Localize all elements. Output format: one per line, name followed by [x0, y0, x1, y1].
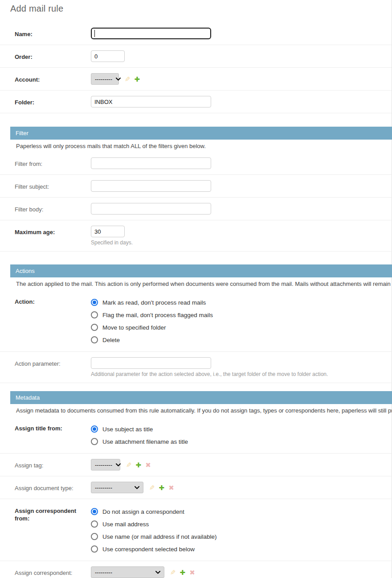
add-correspondent-icon[interactable]: ✚ — [180, 569, 186, 576]
filter-subject-row: Filter subject: — [0, 175, 392, 198]
assign-correspondent-select-value: --------- — [95, 569, 112, 576]
chevron-down-icon — [116, 78, 121, 81]
text-caret — [94, 30, 95, 37]
metadata-section-header: Metadata — [10, 391, 392, 404]
action-label: Action: — [15, 295, 91, 306]
action-option-flag[interactable]: Flag the mail, don't process flagged mai… — [91, 309, 392, 321]
radio-selected-icon[interactable] — [91, 508, 98, 515]
action-parameter-help: Additional parameter for the action sele… — [91, 371, 392, 377]
action-option-mark-read[interactable]: Mark as read, don't process read mails — [91, 296, 392, 309]
edit-account-icon[interactable]: ✎ — [125, 76, 131, 83]
assign-title-from-row: Assign title from: Use subject as title … — [0, 417, 392, 454]
action-parameter-label: Action parameter: — [15, 357, 91, 367]
filter-body-input[interactable] — [91, 203, 211, 215]
page-title: Add mail rule — [0, 0, 392, 14]
add-document-type-icon[interactable]: ✚ — [159, 484, 165, 491]
delete-tag-icon[interactable]: ✖ — [145, 462, 151, 468]
metadata-section: Metadata Assign metadata to documents co… — [0, 391, 392, 578]
chevron-down-icon — [155, 571, 160, 574]
account-row: Account: --------- ✎ ✚ — [0, 68, 392, 91]
add-tag-icon[interactable]: ✚ — [136, 462, 142, 468]
folder-input[interactable] — [91, 96, 211, 107]
filter-from-input[interactable] — [91, 157, 211, 169]
assign-document-type-select[interactable]: --------- — [91, 482, 143, 493]
filter-from-row: Filter from: — [0, 152, 392, 175]
assign-tag-row: Assign tag: --------- ✎ ✚ ✖ — [0, 454, 392, 476]
edit-tag-icon[interactable]: ✎ — [126, 462, 132, 468]
title-option-attachment-filename[interactable]: Use attachment filename as title — [91, 435, 392, 448]
account-label: Account: — [15, 73, 91, 83]
filter-subject-input[interactable] — [91, 180, 211, 192]
order-label: Order: — [15, 50, 91, 61]
delete-document-type-icon[interactable]: ✖ — [168, 484, 174, 491]
title-option-subject[interactable]: Use subject as title — [91, 423, 392, 435]
action-option-delete[interactable]: Delete — [91, 334, 392, 346]
metadata-section-help: Assign metadata to documents consumed fr… — [0, 404, 392, 417]
assign-correspondent-label: Assign correspondent: — [15, 566, 91, 577]
chevron-down-icon — [116, 463, 121, 467]
account-select[interactable]: --------- — [91, 73, 119, 85]
maximum-age-input[interactable] — [91, 226, 125, 237]
radio-unselected-icon[interactable] — [91, 311, 98, 318]
assign-correspondent-select[interactable]: --------- — [91, 566, 164, 578]
maximum-age-row: Maximum age: Specified in days. — [0, 220, 392, 252]
order-row: Order: — [0, 45, 392, 68]
filter-section: Filter Paperless will only process mails… — [0, 127, 392, 252]
actions-section-help: The action applied to the mail. This act… — [0, 277, 392, 290]
top-fieldset: Name: Order: Account: --------- — [0, 22, 392, 113]
assign-correspondent-from-radio-group: Do not assign a correspondent Use mail a… — [91, 504, 392, 555]
account-select-value: --------- — [95, 76, 112, 83]
correspondent-option-none[interactable]: Do not assign a correspondent — [91, 505, 392, 518]
edit-correspondent-icon[interactable]: ✎ — [170, 569, 176, 576]
filter-subject-label: Filter subject: — [15, 180, 91, 190]
radio-unselected-icon[interactable] — [91, 336, 98, 343]
chevron-down-icon — [135, 486, 139, 489]
actions-section: Actions The action applied to the mail. … — [0, 264, 392, 383]
radio-unselected-icon[interactable] — [91, 438, 98, 445]
folder-label: Folder: — [15, 96, 91, 106]
assign-tag-select[interactable]: --------- — [91, 459, 120, 471]
edit-document-type-icon[interactable]: ✎ — [149, 484, 155, 491]
assign-document-type-row: Assign document type: --------- ✎ ✚ ✖ — [0, 476, 392, 499]
radio-unselected-icon[interactable] — [91, 533, 98, 540]
action-parameter-input[interactable] — [91, 357, 211, 369]
add-mail-rule-page: Add mail rule Name: Order: Account: ----… — [0, 0, 392, 578]
assign-correspondent-row: Assign correspondent: --------- ✎ ✚ ✖ — [0, 561, 392, 578]
assign-tag-select-value: --------- — [95, 462, 112, 468]
radio-unselected-icon[interactable] — [91, 520, 98, 528]
action-row: Action: Mark as read, don't process read… — [0, 290, 392, 352]
filter-body-row: Filter body: — [0, 198, 392, 220]
radio-selected-icon[interactable] — [91, 425, 98, 433]
name-row: Name: — [0, 22, 392, 45]
folder-row: Folder: — [0, 91, 392, 113]
assign-title-from-label: Assign title from: — [15, 422, 91, 432]
assign-title-from-radio-group: Use subject as title Use attachment file… — [91, 422, 392, 448]
correspondent-option-selected-below[interactable]: Use correspondent selected below — [91, 543, 392, 555]
actions-section-header: Actions — [10, 264, 392, 277]
name-label: Name: — [15, 28, 91, 38]
assign-document-type-select-value: --------- — [95, 484, 112, 491]
action-radio-group: Mark as read, don't process read mails F… — [91, 295, 392, 346]
correspondent-option-name[interactable]: Use name (or mail address if not availab… — [91, 530, 392, 543]
filter-body-label: Filter body: — [15, 203, 91, 213]
correspondent-option-mail-address[interactable]: Use mail address — [91, 518, 392, 530]
assign-document-type-label: Assign document type: — [15, 482, 91, 492]
radio-unselected-icon[interactable] — [91, 324, 98, 331]
radio-selected-icon[interactable] — [91, 299, 98, 306]
filter-from-label: Filter from: — [15, 157, 91, 168]
delete-correspondent-icon[interactable]: ✖ — [189, 569, 195, 576]
maximum-age-label: Maximum age: — [15, 226, 91, 236]
action-parameter-row: Action parameter: Additional parameter f… — [0, 352, 392, 383]
assign-correspondent-from-label: Assign correspondent from: — [15, 504, 91, 522]
assign-correspondent-from-row: Assign correspondent from: Do not assign… — [0, 499, 392, 561]
add-account-icon[interactable]: ✚ — [135, 76, 140, 83]
filter-section-header: Filter — [10, 127, 392, 140]
filter-section-help: Paperless will only process mails that m… — [0, 140, 392, 152]
maximum-age-help: Specified in days. — [91, 239, 392, 246]
order-input[interactable] — [91, 50, 125, 62]
action-option-move[interactable]: Move to specified folder — [91, 321, 392, 334]
radio-unselected-icon[interactable] — [91, 545, 98, 553]
name-input[interactable] — [91, 28, 211, 39]
assign-tag-label: Assign tag: — [15, 459, 91, 469]
